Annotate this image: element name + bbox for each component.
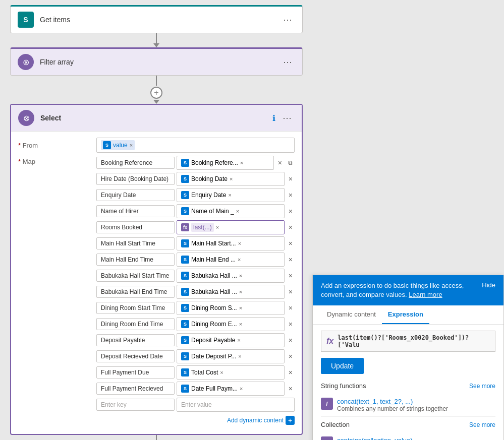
- delete-nh[interactable]: ×: [287, 206, 295, 216]
- val-text-mhet: Main Hall End ...: [191, 256, 236, 263]
- select-more[interactable]: ⋯: [279, 111, 295, 124]
- delete-hd[interactable]: ×: [287, 174, 295, 184]
- val-close-ed[interactable]: ×: [228, 192, 231, 198]
- delete-rooms[interactable]: ×: [287, 222, 295, 232]
- filter-array-more[interactable]: ⋯: [280, 55, 295, 69]
- sp-icon-dr: S: [181, 352, 189, 360]
- val-fpd[interactable]: S Total Cost ×: [177, 365, 285, 380]
- val-text-hd: Booking Date: [191, 175, 228, 182]
- copy-br[interactable]: ⧉: [286, 158, 295, 167]
- contains-name[interactable]: contains(collection, value): [337, 436, 413, 440]
- val-text-br: Booking Refere...: [191, 159, 238, 166]
- add-step-button[interactable]: +: [150, 87, 162, 99]
- val-close-mhst[interactable]: ×: [238, 240, 241, 246]
- val-bbhet[interactable]: S Babukaka Hall ... ×: [177, 285, 285, 299]
- value-token[interactable]: S value ×: [101, 140, 135, 150]
- expr-icon-rooms: fx: [181, 223, 189, 231]
- key-fpr: Full Payment Recieved: [96, 383, 175, 395]
- val-close-dep[interactable]: ×: [237, 337, 240, 343]
- val-close-fpr[interactable]: ×: [240, 386, 243, 392]
- panel-header-text: Add an expression to do basic things lik…: [321, 281, 476, 299]
- val-fpr[interactable]: S Date Full Paym... ×: [177, 382, 285, 396]
- key-empty[interactable]: Enter key: [96, 399, 175, 411]
- val-close-drs[interactable]: ×: [239, 305, 242, 311]
- delete-br[interactable]: ×: [276, 158, 284, 168]
- val-close-rooms[interactable]: ×: [216, 224, 219, 230]
- map-row: Map Booking Reference S Booking Refere..…: [18, 156, 295, 425]
- collection-label: Collection: [321, 421, 350, 428]
- delete-bbhst[interactable]: ×: [287, 271, 295, 281]
- delete-bbhet[interactable]: ×: [287, 287, 295, 297]
- panel-tabs: Dynamic content Expression: [313, 305, 503, 325]
- val-text-drs: Dining Room S...: [191, 304, 237, 311]
- delete-dr[interactable]: ×: [287, 351, 295, 361]
- select-header[interactable]: ⊗ Select ℹ ⋯: [11, 105, 302, 132]
- add-dynamic-container: Add dynamic content +: [96, 416, 295, 425]
- connector-2: +: [10, 76, 303, 104]
- panel-body: fx last(item()?['Rooms_x0020_Booked'])?[…: [313, 325, 503, 440]
- val-rooms[interactable]: fx last(...) ×: [177, 220, 285, 234]
- concat-name[interactable]: concat(text_1, text_2?, ...): [337, 398, 448, 405]
- token-close[interactable]: ×: [130, 142, 133, 148]
- connector-arrow-2: [153, 100, 159, 104]
- val-drs[interactable]: S Dining Room S... ×: [177, 301, 285, 315]
- expression-panel: Add an expression to do basic things lik…: [312, 275, 504, 440]
- tab-expression[interactable]: Expression: [382, 305, 429, 324]
- get-items-block[interactable]: S Get items ⋯: [10, 5, 303, 33]
- val-close-dre[interactable]: ×: [239, 321, 242, 327]
- delete-ed[interactable]: ×: [287, 190, 295, 200]
- val-close-hd[interactable]: ×: [230, 176, 233, 182]
- delete-dep[interactable]: ×: [287, 335, 295, 345]
- val-name-hirer[interactable]: S Name of Main _ ×: [177, 204, 285, 218]
- sp-icon-mhet: S: [181, 256, 189, 264]
- filter-array-block[interactable]: ⊗ Filter array ⋯: [10, 47, 303, 76]
- get-items-title: Get items: [40, 16, 280, 24]
- map-label: Map: [18, 156, 96, 165]
- update-button[interactable]: Update: [321, 358, 364, 374]
- val-hire-date[interactable]: S Booking Date ×: [177, 172, 285, 186]
- val-enquiry-date[interactable]: S Enquiry Date ×: [177, 188, 285, 202]
- concat-item: f concat(text_1, text_2?, ...) Combines …: [321, 394, 495, 417]
- see-more-collection[interactable]: See more: [469, 421, 495, 428]
- delete-mhst[interactable]: ×: [287, 238, 295, 248]
- see-more-string[interactable]: See more: [469, 383, 495, 390]
- key-bbhet: Babukaka Hall End Time: [96, 286, 175, 298]
- select-icon: ⊗: [18, 110, 34, 126]
- val-bbhst[interactable]: S Babukaka Hall ... ×: [177, 269, 285, 283]
- delete-drs[interactable]: ×: [287, 303, 295, 313]
- val-mhet[interactable]: S Main Hall End ... ×: [177, 253, 285, 267]
- learn-more-link[interactable]: Learn more: [409, 291, 442, 298]
- val-close-br[interactable]: ×: [240, 160, 243, 166]
- tab-dynamic-content[interactable]: Dynamic content: [321, 305, 382, 324]
- key-mhet: Main Hall End Time: [96, 254, 175, 266]
- val-mhst[interactable]: S Main Hall Start... ×: [177, 236, 285, 250]
- val-close-bbhet[interactable]: ×: [239, 289, 242, 295]
- val-close-fpd[interactable]: ×: [220, 369, 223, 375]
- val-close-dr[interactable]: ×: [238, 353, 241, 359]
- val-close-nh[interactable]: ×: [236, 208, 239, 214]
- get-items-more[interactable]: ⋯: [280, 13, 295, 26]
- add-dynamic-link[interactable]: Add dynamic content +: [227, 416, 295, 425]
- val-empty[interactable]: Enter value: [177, 398, 295, 412]
- val-booking-ref[interactable]: S Booking Refere... ×: [177, 156, 274, 170]
- delete-fpr[interactable]: ×: [287, 384, 295, 394]
- val-dre[interactable]: S Dining Room E... ×: [177, 317, 285, 331]
- key-dre: Dining Room End Time: [96, 318, 175, 330]
- collection-section: Collection See more: [321, 421, 495, 428]
- val-text-bbhet: Babukaka Hall ...: [191, 288, 237, 295]
- from-input[interactable]: S value ×: [96, 138, 295, 153]
- delete-mhet[interactable]: ×: [287, 255, 295, 265]
- delete-fpd[interactable]: ×: [287, 367, 295, 378]
- expression-bar: fx last(item()?['Rooms_x0020_Booked'])?[…: [321, 331, 495, 352]
- hide-button[interactable]: Hide: [482, 281, 495, 289]
- sp-icon-bbhet: S: [181, 288, 189, 296]
- val-close-bbhst[interactable]: ×: [239, 273, 242, 279]
- delete-dre[interactable]: ×: [287, 319, 295, 329]
- filter-array-title: Filter array: [40, 58, 280, 66]
- connector-line-3: [156, 435, 157, 440]
- val-close-mhet[interactable]: ×: [238, 257, 241, 263]
- val-deposit[interactable]: S Deposit Payable ×: [177, 333, 285, 347]
- token-text: value: [113, 142, 128, 149]
- val-dep-recv[interactable]: S Date Deposit P... ×: [177, 349, 285, 363]
- info-button[interactable]: ℹ: [272, 113, 275, 123]
